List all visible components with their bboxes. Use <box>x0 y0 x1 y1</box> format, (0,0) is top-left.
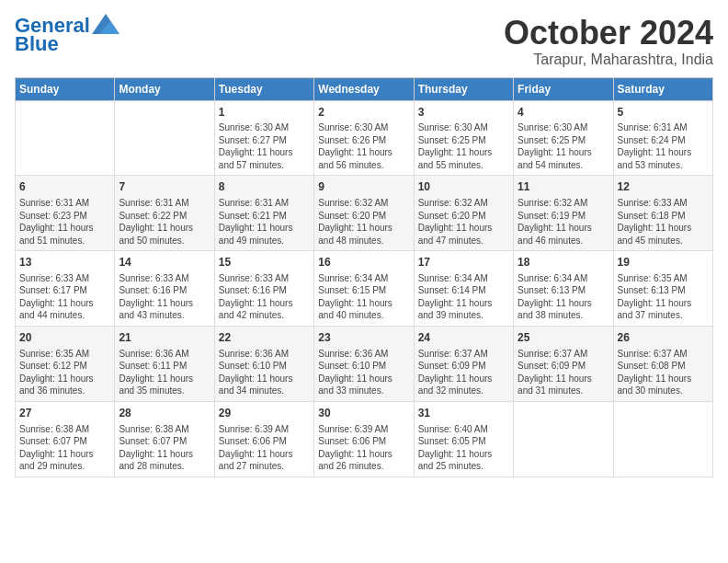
cell-data: Sunrise: 6:32 AM Sunset: 6:20 PM Dayligh… <box>318 197 409 247</box>
day-number: 12 <box>618 179 709 195</box>
calendar-cell: 23Sunrise: 6:36 AM Sunset: 6:10 PM Dayli… <box>314 326 414 401</box>
day-number: 30 <box>318 406 409 421</box>
cell-data: Sunrise: 6:34 AM Sunset: 6:14 PM Dayligh… <box>418 272 509 322</box>
calendar-cell <box>16 100 115 176</box>
cell-data: Sunrise: 6:39 AM Sunset: 6:06 PM Dayligh… <box>219 423 310 473</box>
day-number: 6 <box>19 179 110 195</box>
calendar-cell: 24Sunrise: 6:37 AM Sunset: 6:09 PM Dayli… <box>414 326 513 401</box>
calendar-week-row: 1Sunrise: 6:30 AM Sunset: 6:27 PM Daylig… <box>16 100 713 176</box>
day-number: 27 <box>19 406 110 421</box>
cell-data: Sunrise: 6:31 AM Sunset: 6:24 PM Dayligh… <box>618 121 709 171</box>
cell-data: Sunrise: 6:37 AM Sunset: 6:09 PM Dayligh… <box>518 348 609 397</box>
day-number: 19 <box>618 255 709 270</box>
cell-data: Sunrise: 6:34 AM Sunset: 6:15 PM Dayligh… <box>318 272 409 322</box>
cell-data: Sunrise: 6:36 AM Sunset: 6:10 PM Dayligh… <box>318 348 409 397</box>
cell-data: Sunrise: 6:33 AM Sunset: 6:16 PM Dayligh… <box>219 272 310 322</box>
cell-data: Sunrise: 6:35 AM Sunset: 6:13 PM Dayligh… <box>618 272 709 322</box>
cell-data: Sunrise: 6:36 AM Sunset: 6:11 PM Dayligh… <box>119 348 210 397</box>
calendar-week-row: 6Sunrise: 6:31 AM Sunset: 6:23 PM Daylig… <box>16 176 713 251</box>
cell-data: Sunrise: 6:30 AM Sunset: 6:25 PM Dayligh… <box>418 121 509 171</box>
day-number: 31 <box>418 406 509 421</box>
day-number: 14 <box>119 255 210 270</box>
weekday-header: Monday <box>115 77 214 100</box>
calendar-cell: 20Sunrise: 6:35 AM Sunset: 6:12 PM Dayli… <box>16 326 115 401</box>
calendar-cell: 22Sunrise: 6:36 AM Sunset: 6:10 PM Dayli… <box>214 326 313 401</box>
calendar-week-row: 13Sunrise: 6:33 AM Sunset: 6:17 PM Dayli… <box>16 251 713 327</box>
calendar-cell: 12Sunrise: 6:33 AM Sunset: 6:18 PM Dayli… <box>613 176 712 251</box>
cell-data: Sunrise: 6:32 AM Sunset: 6:20 PM Dayligh… <box>418 197 509 247</box>
calendar-cell: 10Sunrise: 6:32 AM Sunset: 6:20 PM Dayli… <box>414 176 513 251</box>
day-number: 4 <box>518 105 609 121</box>
calendar-cell: 26Sunrise: 6:37 AM Sunset: 6:08 PM Dayli… <box>613 326 712 401</box>
cell-data: Sunrise: 6:39 AM Sunset: 6:06 PM Dayligh… <box>318 423 409 473</box>
cell-data: Sunrise: 6:33 AM Sunset: 6:17 PM Dayligh… <box>19 272 110 322</box>
calendar-cell: 15Sunrise: 6:33 AM Sunset: 6:16 PM Dayli… <box>214 251 313 327</box>
cell-data: Sunrise: 6:38 AM Sunset: 6:07 PM Dayligh… <box>19 423 110 473</box>
weekday-header: Wednesday <box>314 77 414 100</box>
cell-data: Sunrise: 6:33 AM Sunset: 6:18 PM Dayligh… <box>618 197 709 247</box>
day-number: 7 <box>119 179 210 195</box>
cell-data: Sunrise: 6:31 AM Sunset: 6:22 PM Dayligh… <box>119 197 210 247</box>
day-number: 15 <box>219 255 310 270</box>
cell-data: Sunrise: 6:31 AM Sunset: 6:23 PM Dayligh… <box>19 197 110 247</box>
calendar-cell: 28Sunrise: 6:38 AM Sunset: 6:07 PM Dayli… <box>115 401 214 477</box>
day-number: 1 <box>219 105 310 121</box>
calendar-cell: 14Sunrise: 6:33 AM Sunset: 6:16 PM Dayli… <box>115 251 214 327</box>
day-number: 25 <box>518 330 609 346</box>
day-number: 26 <box>618 330 709 346</box>
day-number: 9 <box>318 179 409 195</box>
calendar-cell: 29Sunrise: 6:39 AM Sunset: 6:06 PM Dayli… <box>214 401 313 477</box>
cell-data: Sunrise: 6:30 AM Sunset: 6:27 PM Dayligh… <box>219 121 310 171</box>
cell-data: Sunrise: 6:35 AM Sunset: 6:12 PM Dayligh… <box>19 348 110 397</box>
cell-data: Sunrise: 6:38 AM Sunset: 6:07 PM Dayligh… <box>119 423 210 473</box>
cell-data: Sunrise: 6:36 AM Sunset: 6:10 PM Dayligh… <box>219 348 310 397</box>
day-number: 13 <box>19 255 110 270</box>
calendar-table: SundayMondayTuesdayWednesdayThursdayFrid… <box>15 77 713 477</box>
subtitle: Tarapur, Maharashtra, India <box>504 52 713 68</box>
page-container: General Blue October 2024 Tarapur, Mahar… <box>0 0 728 487</box>
calendar-cell: 5Sunrise: 6:31 AM Sunset: 6:24 PM Daylig… <box>613 100 712 176</box>
logo-text-blue: Blue <box>15 33 59 55</box>
day-number: 28 <box>119 406 210 421</box>
day-number: 21 <box>119 330 210 346</box>
cell-data: Sunrise: 6:37 AM Sunset: 6:08 PM Dayligh… <box>618 348 709 397</box>
calendar-cell: 16Sunrise: 6:34 AM Sunset: 6:15 PM Dayli… <box>314 251 414 327</box>
calendar-cell <box>613 401 712 477</box>
day-number: 11 <box>518 179 609 195</box>
cell-data: Sunrise: 6:40 AM Sunset: 6:05 PM Dayligh… <box>418 423 509 473</box>
day-number: 16 <box>318 255 409 270</box>
day-number: 10 <box>418 179 509 195</box>
weekday-header: Saturday <box>613 77 712 100</box>
calendar-cell: 13Sunrise: 6:33 AM Sunset: 6:17 PM Dayli… <box>16 251 115 327</box>
day-number: 20 <box>19 330 110 346</box>
calendar-cell: 2Sunrise: 6:30 AM Sunset: 6:26 PM Daylig… <box>314 100 414 176</box>
calendar-cell <box>115 100 214 176</box>
cell-data: Sunrise: 6:34 AM Sunset: 6:13 PM Dayligh… <box>518 272 609 322</box>
weekday-header: Sunday <box>16 77 115 100</box>
header-row: SundayMondayTuesdayWednesdayThursdayFrid… <box>16 77 713 100</box>
calendar-cell: 30Sunrise: 6:39 AM Sunset: 6:06 PM Dayli… <box>314 401 414 477</box>
calendar-cell: 6Sunrise: 6:31 AM Sunset: 6:23 PM Daylig… <box>16 176 115 251</box>
cell-data: Sunrise: 6:31 AM Sunset: 6:21 PM Dayligh… <box>219 197 310 247</box>
cell-data: Sunrise: 6:32 AM Sunset: 6:19 PM Dayligh… <box>518 197 609 247</box>
calendar-cell: 27Sunrise: 6:38 AM Sunset: 6:07 PM Dayli… <box>16 401 115 477</box>
main-title: October 2024 <box>504 15 713 52</box>
calendar-cell: 8Sunrise: 6:31 AM Sunset: 6:21 PM Daylig… <box>214 176 313 251</box>
calendar-cell: 4Sunrise: 6:30 AM Sunset: 6:25 PM Daylig… <box>514 100 613 176</box>
title-block: October 2024 Tarapur, Maharashtra, India <box>504 15 713 68</box>
calendar-cell: 18Sunrise: 6:34 AM Sunset: 6:13 PM Dayli… <box>514 251 613 327</box>
calendar-cell: 25Sunrise: 6:37 AM Sunset: 6:09 PM Dayli… <box>514 326 613 401</box>
cell-data: Sunrise: 6:37 AM Sunset: 6:09 PM Dayligh… <box>418 348 509 397</box>
day-number: 3 <box>418 105 509 121</box>
day-number: 8 <box>219 179 310 195</box>
calendar-week-row: 27Sunrise: 6:38 AM Sunset: 6:07 PM Dayli… <box>16 401 713 477</box>
day-number: 29 <box>219 406 310 421</box>
calendar-cell: 1Sunrise: 6:30 AM Sunset: 6:27 PM Daylig… <box>214 100 313 176</box>
day-number: 24 <box>418 330 509 346</box>
weekday-header: Friday <box>514 77 613 100</box>
cell-data: Sunrise: 6:30 AM Sunset: 6:26 PM Dayligh… <box>318 121 409 171</box>
cell-data: Sunrise: 6:30 AM Sunset: 6:25 PM Dayligh… <box>518 121 609 171</box>
calendar-cell: 31Sunrise: 6:40 AM Sunset: 6:05 PM Dayli… <box>414 401 513 477</box>
weekday-header: Thursday <box>414 77 513 100</box>
day-number: 17 <box>418 255 509 270</box>
